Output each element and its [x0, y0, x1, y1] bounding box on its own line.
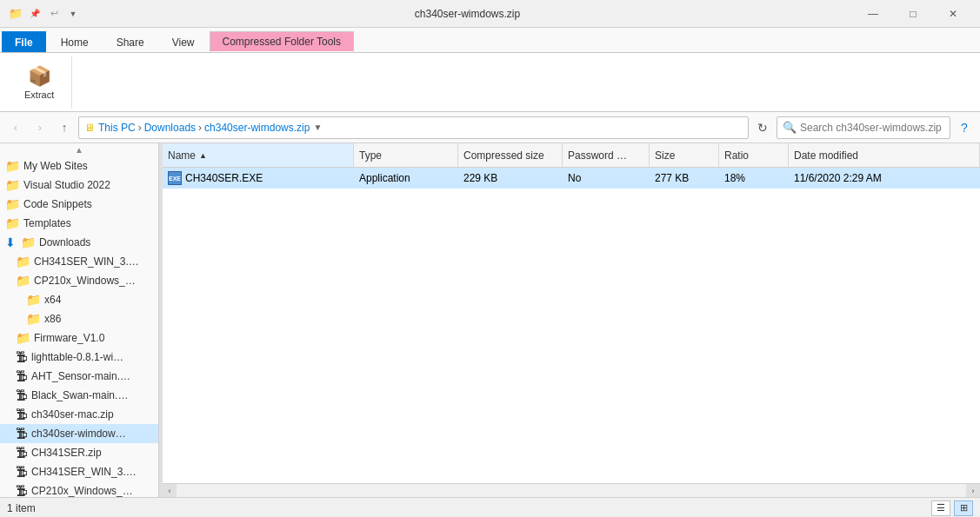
- col-ratio-label: Ratio: [724, 149, 749, 162]
- sidebar-item-x86[interactable]: 📁 x86: [0, 309, 158, 328]
- sidebar-item-ch340ser-mac[interactable]: 🗜 ch340ser-mac.zip: [0, 405, 158, 424]
- sidebar-label: lighttable-0.8.1-wi…: [31, 351, 123, 363]
- col-header-password[interactable]: Password …: [563, 143, 650, 167]
- sidebar-item-cp210x-zip[interactable]: 🗜 CP210x_Windows_…: [0, 481, 158, 497]
- tab-file[interactable]: File: [2, 31, 46, 52]
- sidebar-item-x64[interactable]: 📁 x64: [0, 290, 158, 309]
- ribbon-tabs: File Home Share View Compressed Folder T…: [0, 28, 980, 52]
- search-icon: 🔍: [783, 121, 797, 134]
- folder-icon: 📁: [21, 235, 36, 249]
- folder-icon: 📁: [5, 178, 20, 192]
- sidebar-item-ch341ser-win-3-zip[interactable]: 🗜 CH341SER_WIN_3.…: [0, 462, 158, 481]
- sidebar-item-templates[interactable]: 📁 Templates: [0, 214, 158, 233]
- folder-icon: 📁: [26, 312, 41, 326]
- view-large-icons-button[interactable]: ⊞: [954, 500, 973, 516]
- file-cell-type: Application: [354, 168, 458, 189]
- path-this-pc[interactable]: This PC: [98, 122, 136, 134]
- path-dropdown-arrow[interactable]: ▼: [313, 123, 322, 132]
- up-button[interactable]: ↑: [54, 117, 75, 138]
- sidebar-label: ch340ser-wimdow…: [31, 428, 126, 440]
- file-cell-ratio: 18%: [719, 168, 789, 189]
- folder-icon: 📁: [16, 274, 30, 288]
- folder-icon: 📁: [16, 255, 30, 268]
- horizontal-scrollbar[interactable]: ‹ ›: [163, 483, 980, 497]
- sidebar-label: CP210x_Windows_…: [34, 275, 136, 287]
- undo-icon[interactable]: ↩: [45, 5, 63, 23]
- col-password-label: Password …: [568, 149, 627, 162]
- file-password: No: [568, 172, 581, 184]
- col-header-ratio[interactable]: Ratio: [719, 143, 789, 167]
- tab-share[interactable]: Share: [103, 31, 157, 52]
- sidebar-item-cp210x-windows[interactable]: 📁 CP210x_Windows_…: [0, 271, 158, 290]
- col-header-date[interactable]: Date modified: [789, 143, 980, 167]
- sidebar-label: Firmware_V1.0: [34, 332, 104, 344]
- sidebar-label: Templates: [23, 217, 71, 229]
- col-header-size[interactable]: Size: [650, 143, 719, 167]
- status-bar-right: ☰ ⊞: [931, 500, 973, 516]
- path-downloads[interactable]: Downloads: [144, 122, 196, 134]
- sidebar-label: My Web Sites: [23, 160, 88, 172]
- h-scroll-left-button[interactable]: ‹: [163, 484, 177, 498]
- file-row-ch340ser[interactable]: EXE CH340SER.EXE Application 229 KB No 2…: [163, 168, 980, 189]
- zip-icon: 🗜: [16, 484, 28, 497]
- back-button[interactable]: ‹: [5, 117, 26, 138]
- sidebar-label: Downloads: [39, 236, 90, 249]
- path-sep-1: ›: [138, 122, 142, 134]
- folder-icon: 📁: [7, 5, 24, 23]
- col-name-label: Name: [168, 149, 196, 162]
- path-zip[interactable]: ch340ser-wimdows.zip: [204, 122, 310, 134]
- folder-icon: 📁: [16, 331, 30, 345]
- zip-icon: 🗜: [16, 388, 28, 402]
- sidebar-item-black-swan[interactable]: 🗜 Black_Swan-main.…: [0, 386, 158, 405]
- sidebar-item-my-web-sites[interactable]: 📁 My Web Sites: [0, 156, 158, 176]
- status-bar: 1 item ☰ ⊞: [0, 497, 980, 517]
- sidebar-item-visual-studio[interactable]: 📁 Visual Studio 2022: [0, 176, 158, 195]
- folder-icon: 📁: [5, 216, 20, 230]
- minimize-button[interactable]: —: [853, 0, 893, 28]
- sidebar-item-firmware-v1[interactable]: 📁 Firmware_V1.0: [0, 328, 158, 348]
- sidebar-item-ch341ser-zip[interactable]: 🗜 CH341SER.zip: [0, 443, 158, 462]
- help-button[interactable]: ?: [954, 117, 975, 138]
- address-path[interactable]: 🖥 This PC › Downloads › ch340ser-wimdows…: [78, 116, 749, 139]
- sidebar-label: Black_Swan-main.…: [31, 389, 128, 401]
- tab-home[interactable]: Home: [48, 31, 102, 52]
- zip-icon: 🗜: [16, 427, 28, 441]
- col-compressed-label: Compressed size: [463, 149, 544, 162]
- sidebar-item-aht-sensor[interactable]: 🗜 AHT_Sensor-main.…: [0, 367, 158, 386]
- file-size: 277 KB: [655, 172, 689, 184]
- col-header-type[interactable]: Type: [354, 143, 458, 167]
- zip-icon: 🗜: [16, 350, 28, 364]
- refresh-button[interactable]: ↻: [752, 117, 773, 138]
- address-bar: ‹ › ↑ 🖥 This PC › Downloads › ch340ser-w…: [0, 112, 980, 143]
- search-box[interactable]: 🔍: [777, 116, 950, 139]
- dropdown-arrow-icon[interactable]: ▼: [64, 5, 82, 23]
- extract-button[interactable]: 📦 Extract: [17, 62, 61, 103]
- col-header-name[interactable]: Name ▲: [163, 143, 354, 167]
- sidebar-label: x64: [44, 294, 61, 306]
- tab-view[interactable]: View: [159, 31, 208, 52]
- title-bar: 📁 📌 ↩ ▼ ch340ser-wimdows.zip — □ ✕: [0, 0, 980, 28]
- h-scroll-track[interactable]: [177, 484, 966, 497]
- item-count: 1 item: [7, 502, 36, 514]
- sidebar-item-ch341ser-win-3[interactable]: 📁 CH341SER_WIN_3.…: [0, 252, 158, 271]
- col-header-compressed[interactable]: Compressed size: [458, 143, 563, 167]
- file-date: 11/6/2020 2:29 AM: [794, 172, 882, 184]
- close-button[interactable]: ✕: [933, 0, 973, 28]
- sidebar-label: CH341SER.zip: [31, 447, 102, 459]
- zip-icon: 🗜: [16, 465, 28, 479]
- sidebar-item-lighttable[interactable]: 🗜 lighttable-0.8.1-wi…: [0, 348, 158, 367]
- tab-compressed-folder-tools[interactable]: Compressed Folder Tools: [210, 31, 355, 52]
- view-details-button[interactable]: ☰: [931, 500, 950, 516]
- zip-icon: 🗜: [16, 369, 28, 383]
- search-input[interactable]: [800, 122, 944, 134]
- sidebar-item-code-snippets[interactable]: 📁 Code Snippets: [0, 195, 158, 214]
- h-scroll-right-button[interactable]: ›: [966, 484, 980, 498]
- sidebar-label: CH341SER_WIN_3.…: [34, 255, 139, 268]
- maximize-button[interactable]: □: [893, 0, 933, 28]
- ribbon: File Home Share View Compressed Folder T…: [0, 28, 980, 112]
- forward-button[interactable]: ›: [30, 117, 50, 138]
- sidebar-item-ch340ser-wimdows[interactable]: 🗜 ch340ser-wimdow…: [0, 424, 158, 443]
- file-ratio: 18%: [724, 172, 745, 184]
- sidebar-item-downloads[interactable]: ⬇ 📁 Downloads: [0, 233, 158, 252]
- sidebar-scroll-up[interactable]: ▲: [0, 143, 158, 156]
